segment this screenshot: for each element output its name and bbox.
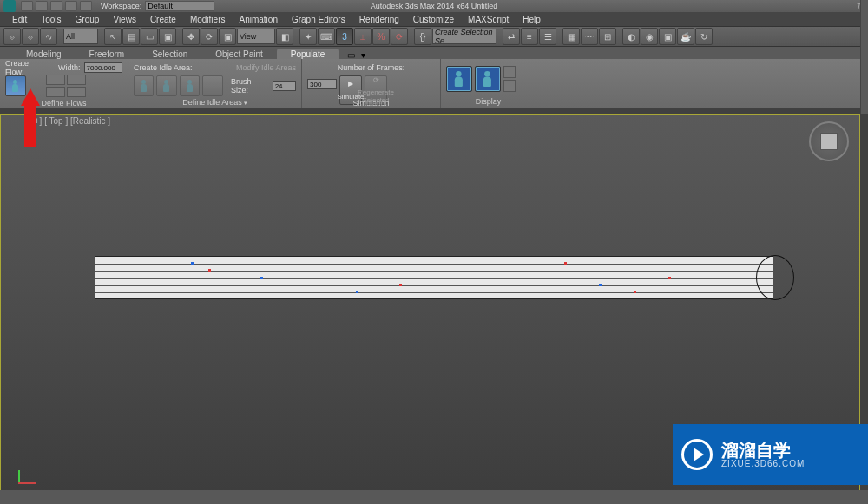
mirror-icon[interactable]: ⇄ xyxy=(503,28,520,45)
snap-toggle-icon[interactable]: 3 xyxy=(336,28,353,45)
regenerate-button[interactable]: ⟳ Regenerate Selected xyxy=(365,75,387,105)
display-tool-a-icon[interactable] xyxy=(503,66,516,78)
tab-object-paint[interactable]: Object Paint xyxy=(201,49,276,59)
menu-help[interactable]: Help xyxy=(516,14,548,25)
curve-editor-icon[interactable]: 〰 xyxy=(581,28,598,45)
annotation-red-arrow xyxy=(21,88,40,147)
percent-snap-icon[interactable]: % xyxy=(372,28,390,45)
width-spinner[interactable]: 7000.000 xyxy=(84,62,122,73)
render-iterative-icon[interactable]: ↻ xyxy=(695,28,713,45)
flow-tool-d-icon[interactable] xyxy=(67,87,86,97)
layer-manager-icon[interactable]: ☰ xyxy=(539,28,556,45)
angle-snap-icon[interactable]: ⟂ xyxy=(354,28,372,45)
ribbon-minimize-icon[interactable]: ▭ xyxy=(347,50,358,59)
bind-spacewarp-icon[interactable]: ∿ xyxy=(40,28,57,45)
pivot-icon[interactable]: ◧ xyxy=(276,28,293,45)
material-editor-icon[interactable]: ◐ xyxy=(622,28,640,45)
simulate-icon: ▶ xyxy=(344,80,358,92)
align-icon[interactable]: ≡ xyxy=(521,28,538,45)
qat-redo-icon[interactable] xyxy=(80,1,92,11)
graphite-toggle-icon[interactable]: ▦ xyxy=(562,28,580,45)
display-tool-b-icon[interactable] xyxy=(503,80,516,92)
panel-title-idle[interactable]: Define Idle Areas xyxy=(134,98,296,107)
title-bar: Workspace: Autodesk 3ds Max 2014 x64 Unt… xyxy=(0,0,868,12)
scale-icon[interactable]: ▣ xyxy=(219,28,236,45)
watermark-url: ZIXUE.3D66.COM xyxy=(721,459,805,468)
menu-tools[interactable]: Tools xyxy=(34,14,68,25)
qat-undo-icon[interactable] xyxy=(65,1,77,11)
window-crossing-icon[interactable]: ▣ xyxy=(159,28,176,45)
create-idle-label: Create Idle Area: xyxy=(134,63,193,72)
link-icon[interactable]: ⟐ xyxy=(3,28,21,45)
play-icon xyxy=(681,439,713,470)
schematic-view-icon[interactable]: ⊞ xyxy=(599,28,616,45)
rect-region-icon[interactable]: ▭ xyxy=(141,28,158,45)
unlink-icon[interactable]: ⟐ xyxy=(22,28,39,45)
menu-modifiers[interactable]: Modifiers xyxy=(183,14,233,25)
select-by-name-icon[interactable]: ▤ xyxy=(122,28,140,45)
selection-filter-dropdown[interactable]: All xyxy=(63,29,98,44)
flow-tool-c-icon[interactable] xyxy=(46,87,65,97)
qat-new-icon[interactable] xyxy=(21,1,33,11)
idle-tool-4-icon[interactable] xyxy=(202,75,222,96)
menu-customize[interactable]: Customize xyxy=(406,14,461,25)
menu-group[interactable]: Group xyxy=(69,14,107,25)
display-skin-button[interactable] xyxy=(475,66,501,92)
ribbon-dropdown-icon[interactable]: ▾ xyxy=(361,50,372,59)
menu-animation[interactable]: Animation xyxy=(232,14,284,25)
rotate-icon[interactable]: ⟳ xyxy=(201,28,218,45)
brush-size-label: Brush Size: xyxy=(231,77,270,95)
idle-tool-3-icon[interactable] xyxy=(180,75,200,96)
flow-tool-b-icon[interactable] xyxy=(67,75,86,85)
viewcube[interactable] xyxy=(809,121,849,161)
app-icon[interactable] xyxy=(3,0,16,12)
window-title: Autodesk 3ds Max 2014 x64 Untitled xyxy=(371,2,498,10)
brush-size-spinner[interactable]: 24 xyxy=(273,81,296,91)
tab-selection[interactable]: Selection xyxy=(138,49,201,59)
menu-graph-editors[interactable]: Graph Editors xyxy=(285,14,352,25)
manipulate-icon[interactable]: ✦ xyxy=(299,28,317,45)
move-icon[interactable]: ✥ xyxy=(182,28,200,45)
menu-rendering[interactable]: Rendering xyxy=(352,14,406,25)
tab-freeform[interactable]: Freeform xyxy=(76,49,139,59)
panel-title-display: Display xyxy=(446,96,530,106)
menu-maxscript[interactable]: MAXScript xyxy=(461,14,516,25)
tab-populate[interactable]: Populate xyxy=(277,49,339,59)
qat-open-icon[interactable] xyxy=(36,1,48,11)
render-frame-icon[interactable]: ▣ xyxy=(659,28,676,45)
idle-tool-1-icon[interactable] xyxy=(134,75,154,96)
watermark-text: 溜溜自学 xyxy=(721,442,805,459)
menu-edit[interactable]: Edit xyxy=(5,14,34,25)
panel-simulation: Number of Frames: 300 ▶ Simulate ⟳ Regen… xyxy=(302,59,441,108)
reference-coord-dropdown[interactable]: View xyxy=(237,29,275,44)
ribbon-tab-strip: Modeling Freeform Selection Object Paint… xyxy=(0,47,868,59)
select-object-icon[interactable]: ↖ xyxy=(104,28,122,45)
main-toolbar: ⟐ ⟐ ∿ All ↖ ▤ ▭ ▣ ✥ ⟳ ▣ View ◧ ✦ ⌨ 3 ⟂ %… xyxy=(0,26,868,47)
modify-idle-label: Modify Idle Areas xyxy=(236,64,296,72)
render-icon[interactable]: ☕ xyxy=(677,28,694,45)
display-textured-button[interactable] xyxy=(446,66,472,92)
named-selection-dropdown[interactable]: Create Selection Se xyxy=(432,29,496,44)
idle-tool-2-icon[interactable] xyxy=(156,75,176,96)
qat-save-icon[interactable] xyxy=(50,1,62,11)
flow-tool-a-icon[interactable] xyxy=(46,75,65,85)
render-setup-icon[interactable]: ◉ xyxy=(641,28,658,45)
populate-flow-object[interactable] xyxy=(95,256,794,299)
spinner-snap-icon[interactable]: ⟳ xyxy=(391,28,408,45)
menu-create[interactable]: Create xyxy=(143,14,183,25)
viewcube-top-face[interactable] xyxy=(820,133,838,150)
command-panel[interactable] xyxy=(860,0,868,114)
tab-modeling[interactable]: Modeling xyxy=(12,49,76,59)
workspace-label: Workspace: xyxy=(101,2,141,10)
edit-named-sel-icon[interactable]: {} xyxy=(414,28,431,45)
keyboard-shortcut-icon[interactable]: ⌨ xyxy=(318,28,335,45)
num-frames-label: Number of Frames: xyxy=(338,64,405,72)
viewport-label[interactable]: [+] [ Top ] [Realistic ] xyxy=(32,116,110,126)
width-label: Width: xyxy=(58,63,81,72)
regenerate-icon: ⟳ xyxy=(369,76,383,88)
frames-spinner[interactable]: 300 xyxy=(307,79,337,89)
workspace-dropdown[interactable] xyxy=(145,1,214,11)
menu-views[interactable]: Views xyxy=(106,14,143,25)
panel-define-idle: Create Idle Area: Modify Idle Areas Brus… xyxy=(128,59,302,108)
menu-bar: Edit Tools Group Views Create Modifiers … xyxy=(0,12,868,26)
